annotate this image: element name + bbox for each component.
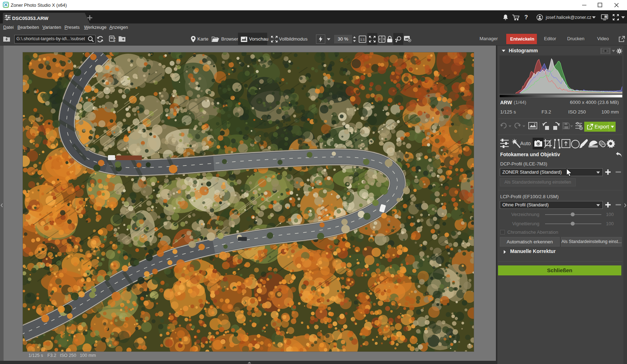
svg-text:1:1: 1:1 bbox=[360, 37, 365, 41]
svg-text:Z: Z bbox=[114, 39, 116, 42]
svg-text:2: 2 bbox=[605, 16, 607, 18]
